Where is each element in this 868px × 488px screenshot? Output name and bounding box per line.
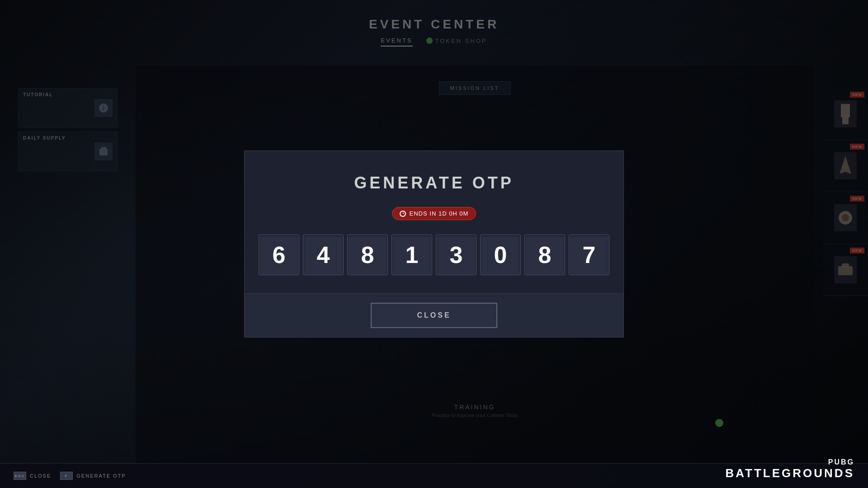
bottom-generate-icon: F — [60, 472, 73, 480]
generate-otp-dialog: GENERATE OTP ENDS IN 1d 0h 0m 6 4 8 1 3 … — [244, 150, 624, 338]
timer-label: ENDS IN 1d 0h 0m — [410, 210, 469, 217]
pubg-text: PUBG — [828, 458, 854, 466]
dialog-title: GENERATE OTP — [354, 174, 514, 192]
bottom-close-label: CLOSE — [30, 473, 51, 479]
pubg-logo: PUBG BATTLEGROUNDS — [725, 458, 854, 479]
otp-digit-6: 0 — [480, 235, 521, 275]
otp-digit-5: 3 — [436, 235, 476, 275]
dialog-body: GENERATE OTP ENDS IN 1d 0h 0m 6 4 8 1 3 … — [245, 151, 623, 293]
bottom-generate-label: GENERATE OTP — [76, 473, 126, 479]
otp-digits-container: 6 4 8 1 3 0 8 7 — [259, 235, 609, 275]
dialog-overlay: GENERATE OTP ENDS IN 1d 0h 0m 6 4 8 1 3 … — [0, 0, 868, 488]
otp-digit-3: 8 — [347, 235, 388, 275]
timer-badge: ENDS IN 1d 0h 0m — [392, 207, 476, 220]
bottom-generate-otp-btn[interactable]: F GENERATE OTP — [60, 472, 126, 480]
close-button[interactable]: CLOSE — [371, 303, 497, 328]
otp-digit-7: 8 — [524, 235, 565, 275]
dialog-footer: CLOSE — [245, 293, 623, 337]
clock-icon — [400, 211, 406, 217]
otp-digit-1: 6 — [259, 235, 299, 275]
battlegrounds-text: BATTLEGROUNDS — [725, 467, 854, 479]
bottom-close-btn[interactable]: ESC CLOSE — [14, 472, 51, 480]
otp-digit-4: 1 — [392, 235, 432, 275]
otp-digit-2: 4 — [303, 235, 344, 275]
bottom-close-icon: ESC — [14, 472, 26, 480]
otp-digit-8: 7 — [569, 235, 609, 275]
